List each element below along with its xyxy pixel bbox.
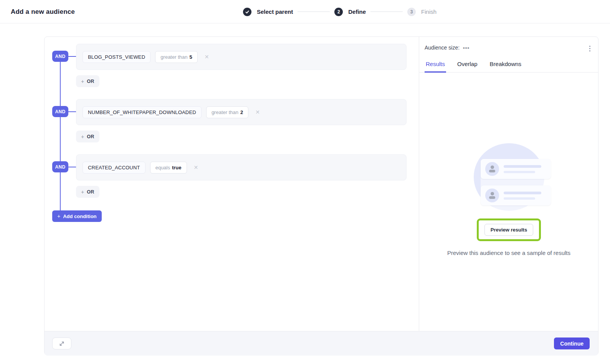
continue-button[interactable]: Continue [554,338,590,349]
page-title: Add a new audience [11,0,75,23]
operator-pill[interactable]: greater than 5 [155,51,197,63]
step-define[interactable]: 2 Define [334,8,366,16]
and-operator-badge[interactable]: AND [52,51,68,62]
tab-results[interactable]: Results [425,61,446,73]
step-connector [370,12,403,12]
audience-size-value: --- [463,45,469,51]
step-2-number: 2 [334,8,343,16]
illustration-profile-card [481,159,551,179]
placeholder-text-lines [504,165,541,173]
operator-label: greater than [212,109,238,115]
property-pill[interactable]: NUMBER_OF_WHITEPAPER_DOWNLOADED [83,106,202,118]
expand-button[interactable] [52,338,71,349]
or-button[interactable]: + OR [76,75,99,87]
or-label: OR [87,189,94,195]
add-condition-button[interactable]: + Add condition [52,210,102,222]
connector-line [68,167,76,167]
step-3-number: 3 [407,8,416,16]
or-label: OR [87,79,94,84]
step-finish: 3 Finish [407,8,436,16]
audience-size-label: Audience size: [425,45,460,51]
or-button[interactable]: + OR [76,186,99,198]
operator-pill[interactable]: greater than 2 [206,106,248,118]
and-operator-badge[interactable]: AND [52,106,68,117]
results-tabs: Results Overlap Breakdowns [419,61,598,73]
operator-value: 2 [240,109,243,115]
tab-overlap[interactable]: Overlap [456,61,479,73]
or-button[interactable]: + OR [76,131,99,142]
plus-icon: + [81,134,84,140]
and-operator-badge[interactable]: AND [52,161,68,172]
remove-condition-icon[interactable]: ✕ [203,53,211,61]
property-pill[interactable]: CREATED_ACCOUNT [83,162,145,174]
plus-icon: + [81,189,84,195]
condition-group-3: AND CREATED_ACCOUNT equals true ✕ + OR [45,154,419,210]
results-empty-state: Preview results Preview this audience to… [419,143,598,256]
preview-caption: Preview this audience to see a sample of… [447,250,570,256]
condition-group-2: AND NUMBER_OF_WHITEPAPER_DOWNLOADED grea… [45,99,419,154]
condition-builder: AND BLOG_POSTS_VIEWED greater than 5 ✕ +… [45,37,419,331]
person-icon [485,162,499,176]
step-1-label: Select parent [257,8,293,15]
illustration-profile-card [481,185,551,205]
add-condition-label: Add condition [63,213,96,219]
condition-card: CREATED_ACCOUNT equals true ✕ [76,154,407,180]
property-pill[interactable]: BLOG_POSTS_VIEWED [83,51,150,63]
audience-illustration [419,143,598,211]
operator-label: equals [155,165,170,170]
step-completed-check-icon [243,8,251,16]
tutorial-highlight-box: Preview results [477,218,541,241]
audience-builder-card: AND BLOG_POSTS_VIEWED greater than 5 ✕ +… [44,36,598,355]
connector-line [68,111,76,112]
remove-condition-icon[interactable]: ✕ [192,163,200,172]
operator-label: greater than [160,54,187,60]
plus-icon: + [57,213,60,219]
remove-condition-icon[interactable]: ✕ [254,108,261,116]
top-header: Add a new audience Select parent 2 Defin… [0,0,610,23]
audience-size: Audience size: --- [425,45,469,51]
footer-bar: Continue [45,331,598,356]
operator-value: 5 [189,54,192,60]
or-label: OR [87,134,94,139]
condition-card: NUMBER_OF_WHITEPAPER_DOWNLOADED greater … [76,99,407,125]
connector-line [68,56,76,57]
results-panel: Audience size: --- Results Overlap Break… [419,37,598,331]
step-3-label: Finish [421,8,436,15]
step-connector [298,12,330,12]
wizard-stepper: Select parent 2 Define 3 Finish [243,0,436,23]
plus-icon: + [81,78,84,84]
person-icon [485,189,499,202]
results-panel-header: Audience size: --- [419,37,598,53]
condition-group-1: AND BLOG_POSTS_VIEWED greater than 5 ✕ +… [45,44,419,99]
operator-pill[interactable]: equals true [150,162,187,174]
placeholder-text-lines [504,192,541,200]
operator-value: true [172,165,182,170]
expand-icon [59,341,65,347]
step-select-parent[interactable]: Select parent [243,8,293,16]
tab-breakdowns[interactable]: Breakdowns [489,61,523,73]
step-2-label: Define [348,8,366,15]
preview-results-button[interactable]: Preview results [484,224,533,236]
kebab-menu-icon[interactable] [587,45,592,53]
condition-card: BLOG_POSTS_VIEWED greater than 5 ✕ [76,44,407,70]
